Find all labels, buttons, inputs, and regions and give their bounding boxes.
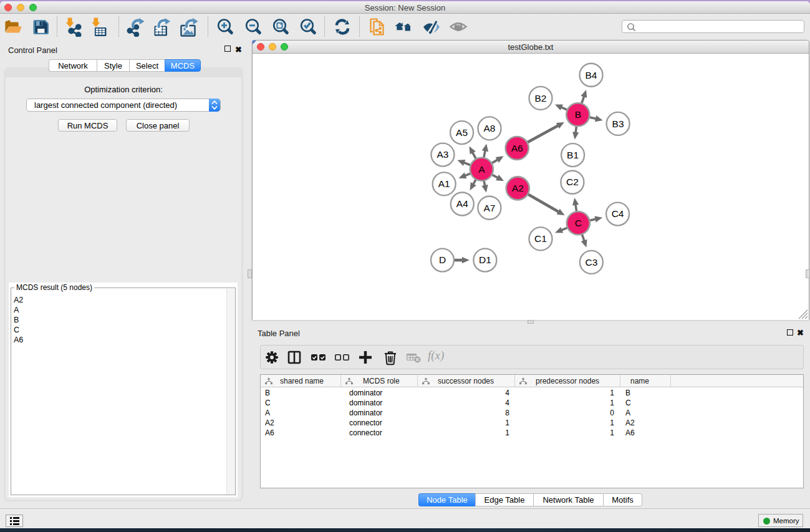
svg-text:A1: A1: [438, 178, 450, 189]
svg-text:D: D: [439, 254, 446, 265]
svg-text:A5: A5: [456, 127, 468, 138]
svg-text:C: C: [575, 218, 582, 228]
svg-text:B: B: [575, 109, 581, 120]
svg-text:D1: D1: [479, 254, 491, 265]
svg-text:B2: B2: [535, 93, 547, 104]
svg-text:A: A: [478, 164, 485, 175]
svg-text:A3: A3: [437, 149, 449, 160]
svg-text:B3: B3: [612, 118, 624, 129]
svg-text:B4: B4: [586, 70, 597, 80]
svg-text:A8: A8: [484, 123, 496, 133]
svg-text:B1: B1: [567, 150, 579, 160]
svg-text:C3: C3: [585, 257, 597, 268]
svg-text:C2: C2: [566, 177, 579, 187]
svg-text:A6: A6: [511, 143, 523, 153]
svg-text:A7: A7: [483, 203, 495, 213]
svg-text:C4: C4: [612, 208, 624, 219]
svg-text:C1: C1: [534, 233, 547, 244]
svg-text:A2: A2: [512, 183, 524, 193]
svg-text:A4: A4: [456, 198, 468, 209]
